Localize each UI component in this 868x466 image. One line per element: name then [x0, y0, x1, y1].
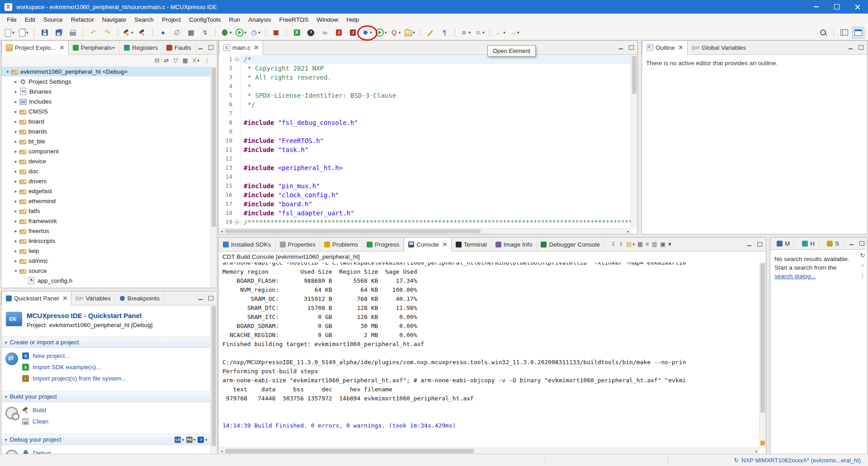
- scroll-left-icon[interactable]: ◂: [219, 229, 225, 233]
- tree-item-binaries[interactable]: ▸Binaries: [1, 86, 211, 96]
- menu-file[interactable]: File: [3, 15, 21, 24]
- open-link-button[interactable]: ∞: [319, 27, 331, 38]
- console-menu-button[interactable]: ▾: [668, 241, 671, 247]
- probe-pe-button[interactable]: PE▾: [186, 437, 196, 443]
- qspi-tool-button[interactable]: Q▾: [390, 27, 402, 38]
- pins-tool-button[interactable]: ▾: [361, 27, 373, 38]
- maximize-view-icon[interactable]: [627, 43, 636, 52]
- tab-peripherals[interactable]: Peripherals+: [69, 41, 120, 54]
- clocks-tool-button[interactable]: [305, 27, 317, 38]
- tab-registers[interactable]: Registers: [120, 41, 162, 54]
- open-terminal-button[interactable]: ▦: [185, 27, 197, 38]
- tree-item-includes[interactable]: ▸Includes: [1, 96, 211, 106]
- menu-navigate[interactable]: Navigate: [98, 15, 130, 24]
- code-editor[interactable]: 1/*2 * Copyright 2021 NXP3 * All rights …: [219, 55, 631, 228]
- terminate-button[interactable]: [270, 27, 282, 38]
- tab-terminal[interactable]: Terminal: [452, 238, 491, 251]
- tab-console[interactable]: Console: [404, 238, 452, 252]
- minimize-view-icon[interactable]: [745, 240, 754, 248]
- tree-item-doc[interactable]: ▸doc: [1, 166, 211, 176]
- probe-ls-button[interactable]: LS▾: [175, 437, 184, 443]
- tree-collapsed-icon[interactable]: ▸: [12, 238, 19, 243]
- tab-properties[interactable]: Properties: [276, 238, 321, 251]
- jlink-flash-button[interactable]: [333, 27, 345, 38]
- build-all-button[interactable]: [136, 27, 148, 38]
- open-perspective-button[interactable]: [838, 27, 850, 38]
- jlink-erase-button[interactable]: [347, 27, 359, 38]
- tree-item-fatfs[interactable]: ▸fatfs: [1, 206, 211, 216]
- section-header-debug-your-project[interactable]: ▾Debug your projectLS▾PE▾J▾: [1, 434, 211, 445]
- search-dialog-link[interactable]: search dialog...: [774, 273, 816, 280]
- tree-collapsed-icon[interactable]: ▸: [12, 159, 19, 164]
- sdk-view-button[interactable]: X▾: [193, 57, 199, 64]
- open-dir-button[interactable]: ▾: [404, 27, 416, 38]
- menu-analysis[interactable]: Analysis: [244, 15, 275, 24]
- maximize-button[interactable]: [826, 0, 847, 14]
- quickstart-action-clean[interactable]: Clean: [22, 416, 211, 427]
- tree-item-app-config-h[interactable]: app_config.h: [1, 276, 211, 285]
- collapse-all-button[interactable]: ⊟: [155, 57, 160, 64]
- refresh-search-button[interactable]: ↻: [860, 252, 865, 259]
- close-button[interactable]: [847, 0, 868, 14]
- tree-item-freertos[interactable]: ▸freertos: [1, 226, 211, 236]
- quickstart-action-import-sdk-example-s[interactable]: Import SDK example(s)...: [22, 361, 211, 373]
- tab-breakpoints[interactable]: Breakpoints: [115, 291, 164, 305]
- tab-project-explo[interactable]: Project Explo...: [1, 41, 69, 55]
- console-hscrollbar[interactable]: ◂ ▸: [219, 447, 760, 454]
- menu-source[interactable]: Source: [39, 15, 67, 24]
- tree-item-board[interactable]: ▸board: [1, 116, 211, 126]
- tree-collapsed-icon[interactable]: ▸: [12, 219, 19, 223]
- quickstart-action-import-project-s-from-file-system[interactable]: Import project(s) from file system...: [22, 373, 211, 384]
- build-button[interactable]: ▾: [122, 27, 134, 38]
- tree-collapsed-icon[interactable]: ▸: [12, 99, 19, 104]
- tree-item-cmsis[interactable]: ▸CMSIS: [1, 106, 211, 116]
- minimize-button[interactable]: [806, 0, 826, 14]
- menu-run[interactable]: Run: [225, 15, 245, 24]
- project-explorer-scrollbar[interactable]: [210, 67, 217, 288]
- forward-button[interactable]: →▾: [508, 27, 520, 38]
- menu-project[interactable]: Project: [158, 15, 185, 24]
- search-button[interactable]: [817, 27, 830, 38]
- close-icon[interactable]: [679, 45, 683, 50]
- tree-collapsed-icon[interactable]: ▸: [12, 139, 19, 144]
- pin-console-button[interactable]: ▣: [660, 241, 665, 247]
- sdk-tool-button[interactable]: [291, 27, 303, 38]
- show-prev-console-button[interactable]: ⇧: [618, 241, 623, 247]
- tree-item-ethermind[interactable]: ▸ethermind: [1, 196, 211, 206]
- maximize-view-icon[interactable]: [857, 239, 866, 247]
- menu-refactor[interactable]: Refactor: [67, 15, 98, 24]
- tab-h[interactable]: H: [798, 240, 819, 247]
- close-icon[interactable]: [62, 296, 67, 300]
- close-icon[interactable]: [254, 45, 259, 50]
- tree-collapsed-icon[interactable]: ▸: [12, 228, 19, 233]
- tree-item-device[interactable]: ▸device: [1, 156, 211, 166]
- minimize-view-icon[interactable]: [196, 294, 205, 302]
- tab-progress[interactable]: Progress: [363, 238, 404, 251]
- tree-item-drivers[interactable]: ▸drivers: [1, 176, 211, 186]
- tree-collapsed-icon[interactable]: ▸: [12, 179, 19, 184]
- tree-collapsed-icon[interactable]: ▸: [12, 199, 19, 204]
- tree-collapsed-icon[interactable]: ▸: [12, 79, 19, 84]
- tree-collapsed-icon[interactable]: ▸: [12, 119, 19, 124]
- tree-expanded-icon[interactable]: ▾: [12, 268, 19, 273]
- tree-item-project-settings[interactable]: ▸Project Settings: [1, 76, 211, 86]
- save-as-button[interactable]: ▾: [18, 27, 30, 38]
- filter-button[interactable]: ▽: [174, 57, 178, 64]
- probe-j-button[interactable]: J▾: [198, 437, 207, 443]
- flash-program-button[interactable]: ↯: [199, 27, 211, 38]
- tree-item-boards[interactable]: ▸boards: [1, 126, 211, 136]
- back-button[interactable]: ←▾: [494, 27, 506, 38]
- pin-search-button[interactable]: ○: [861, 262, 864, 269]
- tab-installed-sdks[interactable]: Installed SDKs: [219, 238, 276, 251]
- menu-window[interactable]: Window: [312, 15, 342, 24]
- close-icon[interactable]: [443, 242, 447, 247]
- maximize-view-icon[interactable]: [856, 43, 865, 52]
- tree-collapsed-icon[interactable]: ▸: [12, 209, 19, 214]
- link-with-editor-button[interactable]: ⇄: [164, 57, 169, 64]
- tab-faults[interactable]: Faults: [162, 41, 196, 54]
- tab-outline[interactable]: Outline: [642, 41, 688, 55]
- tree-item-sdmmc[interactable]: ▸sdmmc: [1, 256, 211, 266]
- toggle-breakpoint-button[interactable]: ●: [157, 27, 169, 38]
- menu-edit[interactable]: Edit: [21, 15, 39, 24]
- profile-button[interactable]: ◷▾: [249, 27, 261, 38]
